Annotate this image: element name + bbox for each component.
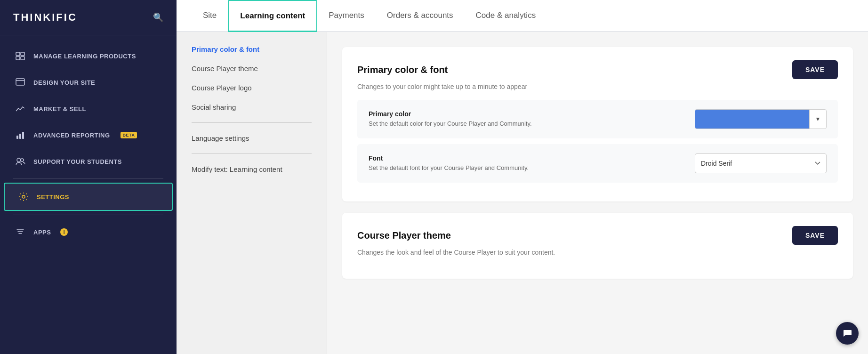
card-subtitle-theme: Changes the look and feel of the Course … xyxy=(357,249,838,256)
color-picker-arrow[interactable]: ▼ xyxy=(809,110,826,129)
sidebar-item-label: SUPPORT YOUR STUDENTS xyxy=(33,158,122,165)
primary-color-label: Primary color xyxy=(369,110,532,118)
card-title-theme: Course Player theme xyxy=(357,230,451,241)
color-picker-control[interactable]: ▼ xyxy=(695,109,827,129)
save-button-theme[interactable]: SAVE xyxy=(792,226,838,245)
sub-nav-primary-color-font[interactable]: Primary color & font xyxy=(177,40,327,59)
tab-code-analytics[interactable]: Code & analytics xyxy=(465,0,547,32)
font-text: Font Set the default font for your Cours… xyxy=(369,154,529,172)
sidebar-item-label: DESIGN YOUR SITE xyxy=(33,79,95,86)
sub-nav-course-player-theme[interactable]: Course Player theme xyxy=(177,59,327,78)
svg-point-8 xyxy=(17,158,21,162)
sidebar-item-label: MARKET & SELL xyxy=(33,105,86,113)
color-swatch xyxy=(695,110,809,129)
content-area: Primary color & font Course Player theme… xyxy=(177,32,868,354)
beta-badge: BETA xyxy=(121,132,137,138)
sub-nav-divider-2 xyxy=(192,153,312,154)
svg-rect-7 xyxy=(22,132,24,139)
advanced-reporting-icon xyxy=(15,129,26,141)
primary-color-row: Primary color Set the default color for … xyxy=(357,100,838,138)
font-select[interactable]: Droid Serif Arial Georgia Helvetica Open… xyxy=(695,153,827,173)
sidebar-item-advanced-reporting[interactable]: ADVANCED REPORTING BETA xyxy=(0,122,177,148)
sidebar-divider xyxy=(13,178,163,179)
sub-nav-language-settings[interactable]: Language settings xyxy=(177,129,327,148)
tab-learning-content[interactable]: Learning content xyxy=(228,0,317,32)
tab-orders-accounts[interactable]: Orders & accounts xyxy=(376,0,465,32)
main-area: Site Learning content Payments Orders & … xyxy=(177,0,868,354)
top-tabs: Site Learning content Payments Orders & … xyxy=(177,0,868,32)
sub-nav-social-sharing[interactable]: Social sharing xyxy=(177,97,327,117)
sidebar-divider-2 xyxy=(13,215,163,215)
primary-color-desc: Set the default color for your Course Pl… xyxy=(369,120,532,128)
font-label: Font xyxy=(369,154,529,162)
sidebar-item-market-sell[interactable]: MARKET & SELL xyxy=(0,96,177,122)
sidebar-item-manage-learning[interactable]: MANAGE LEARNING PRODUCTS xyxy=(0,43,177,69)
sidebar-item-settings[interactable]: SETTINGS xyxy=(4,183,173,211)
font-desc: Set the default font for your Course Pla… xyxy=(369,164,529,172)
save-button-primary[interactable]: SAVE xyxy=(792,60,838,79)
sub-nav-divider-1 xyxy=(192,122,312,123)
svg-rect-1 xyxy=(21,52,24,56)
sidebar-item-label: MANAGE LEARNING PRODUCTS xyxy=(33,53,136,60)
apps-icon xyxy=(15,226,26,238)
svg-rect-6 xyxy=(19,134,21,139)
sub-nav-modify-text[interactable]: Modify text: Learning content xyxy=(177,160,327,179)
chat-bubble[interactable] xyxy=(836,322,859,345)
brand-logo: THINKIFIC xyxy=(13,11,77,24)
market-sell-icon xyxy=(15,103,26,114)
font-row: Font Set the default font for your Cours… xyxy=(357,144,838,183)
svg-rect-0 xyxy=(16,52,20,56)
svg-rect-4 xyxy=(16,79,24,85)
apps-info-badge: i xyxy=(60,228,68,236)
design-site-icon xyxy=(15,77,26,88)
svg-rect-3 xyxy=(21,56,24,60)
sidebar-item-label: APPS xyxy=(33,229,51,236)
tab-payments[interactable]: Payments xyxy=(317,0,376,32)
sidebar-header: THINKIFIC 🔍 xyxy=(0,0,177,35)
manage-learning-icon xyxy=(15,50,26,62)
svg-rect-5 xyxy=(16,136,18,139)
sidebar-item-label: SETTINGS xyxy=(37,193,69,201)
sidebar-item-design-site[interactable]: DESIGN YOUR SITE xyxy=(0,69,177,96)
tab-site[interactable]: Site xyxy=(192,0,228,32)
svg-rect-2 xyxy=(16,56,20,60)
sidebar-item-label: ADVANCED REPORTING xyxy=(33,132,110,139)
sidebar-item-support-students[interactable]: SUPPORT YOUR STUDENTS xyxy=(0,148,177,175)
svg-point-9 xyxy=(21,159,24,161)
card-title-primary: Primary color & font xyxy=(357,64,448,75)
sidebar-item-apps[interactable]: APPS i xyxy=(0,219,177,245)
support-students-icon xyxy=(15,156,26,167)
card-header-theme: Course Player theme SAVE xyxy=(357,226,838,245)
right-panel: Primary color & font SAVE Changes to you… xyxy=(327,32,868,354)
svg-point-10 xyxy=(22,195,25,198)
sidebar: THINKIFIC 🔍 MANAGE LEARNING PRODUCTS DES… xyxy=(0,0,177,354)
card-subtitle-primary: Changes to your color might take up to a… xyxy=(357,83,838,90)
card-header-primary: Primary color & font SAVE xyxy=(357,60,838,79)
sidebar-nav: MANAGE LEARNING PRODUCTS DESIGN YOUR SIT… xyxy=(0,35,177,354)
settings-icon xyxy=(18,191,29,202)
primary-color-text: Primary color Set the default color for … xyxy=(369,110,532,128)
search-icon[interactable]: 🔍 xyxy=(153,12,163,23)
sub-nav: Primary color & font Course Player theme… xyxy=(177,32,327,354)
course-player-theme-card: Course Player theme SAVE Changes the loo… xyxy=(342,213,853,279)
primary-color-font-card: Primary color & font SAVE Changes to you… xyxy=(342,47,853,201)
sub-nav-course-player-logo[interactable]: Course Player logo xyxy=(177,78,327,97)
